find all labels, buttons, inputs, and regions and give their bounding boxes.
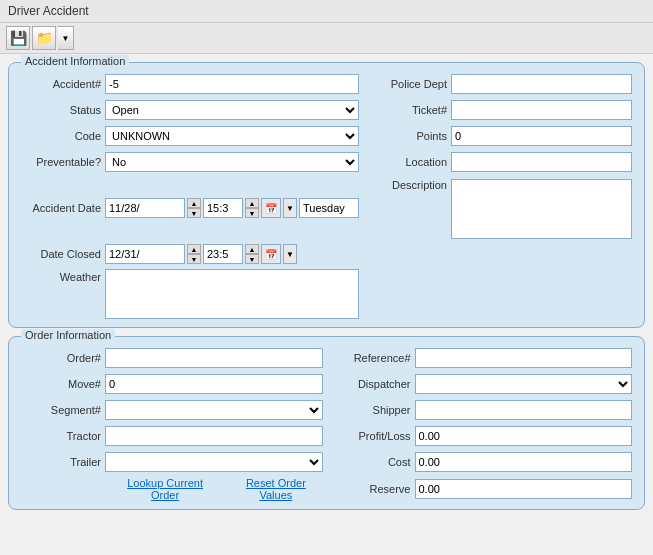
weather-textarea[interactable] — [105, 269, 359, 319]
open-button[interactable]: 📁 — [32, 26, 56, 50]
accident-section: Accident Information Accident# Police De… — [8, 62, 645, 328]
accident-cal-button[interactable]: 📅 — [261, 198, 281, 218]
save-button[interactable]: 💾 — [6, 26, 30, 50]
title-bar: Driver Accident — [0, 0, 653, 23]
accident-time-spin-down[interactable]: ▼ — [245, 208, 259, 218]
date-closed-input[interactable] — [105, 244, 185, 264]
tractor-input[interactable] — [105, 426, 323, 446]
dispatcher-select[interactable] — [415, 374, 633, 394]
accident-num-label: Accident# — [21, 78, 101, 90]
trailer-label: Trailer — [21, 456, 101, 468]
date-closed-time-input[interactable] — [203, 244, 243, 264]
order-section-label: Order Information — [21, 329, 115, 341]
location-label: Location — [367, 156, 447, 168]
toolbar: 💾 📁 ▼ — [0, 23, 653, 54]
ticket-input[interactable] — [451, 100, 632, 120]
profit-loss-input[interactable] — [415, 426, 633, 446]
window-title: Driver Accident — [8, 4, 89, 18]
date-closed-spin-up[interactable]: ▲ — [187, 244, 201, 254]
reserve-input[interactable] — [415, 479, 633, 499]
accident-day-input[interactable] — [299, 198, 359, 218]
date-closed-cal-dropdown[interactable]: ▼ — [283, 244, 297, 264]
footer: Done Cancel — [0, 549, 653, 555]
police-dept-input[interactable] — [451, 74, 632, 94]
accident-date-spin-up[interactable]: ▲ — [187, 198, 201, 208]
points-input[interactable] — [451, 126, 632, 146]
lookup-order-button[interactable]: Lookup Current Order — [113, 477, 217, 501]
segment-label: Segment# — [21, 404, 101, 416]
weather-label: Weather — [21, 269, 101, 283]
reference-input[interactable] — [415, 348, 633, 368]
accident-cal-dropdown[interactable]: ▼ — [283, 198, 297, 218]
date-closed-time-spin-up[interactable]: ▲ — [245, 244, 259, 254]
segment-select[interactable] — [105, 400, 323, 420]
tractor-label: Tractor — [21, 430, 101, 442]
cost-label: Cost — [331, 456, 411, 468]
toolbar-dropdown-button[interactable]: ▼ — [58, 26, 74, 50]
cost-input[interactable] — [415, 452, 633, 472]
preventable-label: Preventable? — [21, 156, 101, 168]
status-label: Status — [21, 104, 101, 116]
accident-date-label: Accident Date — [21, 202, 101, 214]
move-input[interactable] — [105, 374, 323, 394]
date-closed-spin-down[interactable]: ▼ — [187, 254, 201, 264]
order-num-label: Order# — [21, 352, 101, 364]
reserve-label: Reserve — [331, 483, 411, 495]
reset-order-button[interactable]: Reset Order Values — [229, 477, 322, 501]
description-textarea[interactable] — [451, 179, 632, 239]
accident-section-label: Accident Information — [21, 55, 129, 67]
ticket-label: Ticket# — [367, 104, 447, 116]
location-input[interactable] — [451, 152, 632, 172]
accident-date-spin-down[interactable]: ▼ — [187, 208, 201, 218]
status-select[interactable]: Open Closed — [105, 100, 359, 120]
date-closed-cal-button[interactable]: 📅 — [261, 244, 281, 264]
trailer-select[interactable] — [105, 452, 323, 472]
folder-icon: 📁 — [36, 30, 53, 46]
shipper-label: Shipper — [331, 404, 411, 416]
profit-loss-label: Profit/Loss — [331, 430, 411, 442]
move-label: Move# — [21, 378, 101, 390]
save-icon: 💾 — [10, 30, 27, 46]
date-closed-label: Date Closed — [21, 248, 101, 260]
accident-time-spin-up[interactable]: ▲ — [245, 198, 259, 208]
code-select[interactable]: UNKNOWN — [105, 126, 359, 146]
preventable-select[interactable]: No Yes — [105, 152, 359, 172]
points-label: Points — [367, 130, 447, 142]
description-label: Description — [367, 179, 447, 191]
accident-date-input[interactable] — [105, 198, 185, 218]
shipper-input[interactable] — [415, 400, 633, 420]
reference-label: Reference# — [331, 352, 411, 364]
accident-num-input[interactable] — [105, 74, 359, 94]
date-closed-time-spin-down[interactable]: ▼ — [245, 254, 259, 264]
dispatcher-label: Dispatcher — [331, 378, 411, 390]
code-label: Code — [21, 130, 101, 142]
police-dept-label: Police Dept — [367, 78, 447, 90]
order-num-input[interactable] — [105, 348, 323, 368]
chevron-down-icon: ▼ — [62, 34, 70, 43]
order-section: Order Information Order# Reference# Move… — [8, 336, 645, 510]
accident-time-input[interactable] — [203, 198, 243, 218]
